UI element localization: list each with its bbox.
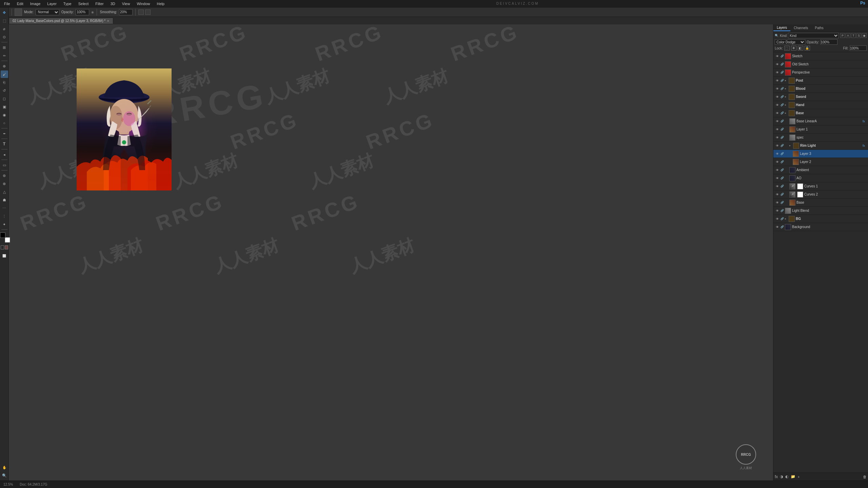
heal-brush-tool[interactable]: ⊕: [1, 62, 8, 70]
tab-close-btn[interactable]: ✕: [107, 19, 110, 23]
eyedropper-tool[interactable]: ✏: [1, 52, 8, 59]
brush-settings-btn[interactable]: [138, 9, 144, 15]
layer-visibility-toggle[interactable]: 👁: [775, 111, 780, 116]
3d-tool-4[interactable]: ☗: [1, 196, 8, 204]
channels-tab[interactable]: Channels: [790, 25, 811, 31]
symmetry-btn[interactable]: [145, 9, 151, 15]
layer-item[interactable]: 👁🔗AO: [773, 174, 868, 182]
layer-visibility-toggle[interactable]: 👁: [775, 217, 780, 221]
layers-tab[interactable]: Layers: [773, 25, 790, 31]
layer-group-arrow[interactable]: ▸: [789, 144, 792, 147]
layer-item[interactable]: 👁🔗spec: [773, 134, 868, 142]
layer-item[interactable]: 👁🔗Perspective: [773, 68, 868, 77]
3d-tool-5[interactable]: ⋯: [1, 204, 8, 212]
menu-edit[interactable]: Edit: [16, 1, 25, 6]
filter-shape-icon[interactable]: S: [856, 33, 861, 38]
doc-tab[interactable]: 02 Lady Maria_BaseColors.psd @ 12.5% (La…: [9, 18, 113, 24]
eraser-tool[interactable]: ◻: [1, 95, 8, 102]
hand-tool[interactable]: ✋: [1, 464, 8, 471]
quick-mask-btn[interactable]: [5, 245, 8, 249]
layer-visibility-toggle[interactable]: 👁: [775, 160, 780, 164]
layer-visibility-toggle[interactable]: 👁: [775, 70, 780, 75]
menu-select[interactable]: Select: [77, 1, 90, 6]
blend-mode-select[interactable]: Color Dodge Normal Multiply Screen Overl…: [775, 39, 805, 45]
layer-visibility-toggle[interactable]: 👁: [775, 135, 780, 140]
layer-mask-btn[interactable]: ◑: [780, 474, 783, 479]
fill-value-input[interactable]: [850, 45, 867, 51]
layer-item[interactable]: 👁🔗▸Blood: [773, 85, 868, 93]
layer-group-arrow[interactable]: ▸: [785, 95, 788, 98]
menu-view[interactable]: View: [121, 1, 132, 6]
history-brush-tool[interactable]: ↺: [1, 87, 8, 94]
layer-visibility-toggle[interactable]: 👁: [775, 54, 780, 59]
menu-layer[interactable]: Layer: [46, 1, 58, 6]
select-rect-tool[interactable]: ⬚: [1, 17, 8, 24]
menu-window[interactable]: Window: [135, 1, 151, 6]
layer-item[interactable]: 👁🔗Background: [773, 223, 868, 231]
blur-tool[interactable]: ◉: [1, 111, 8, 119]
layer-item[interactable]: 👁🔗Light Blend: [773, 207, 868, 215]
smoothing-input[interactable]: [119, 9, 133, 15]
layer-visibility-toggle[interactable]: 👁: [775, 151, 780, 156]
layer-visibility-toggle[interactable]: 👁: [775, 192, 780, 197]
filter-text-icon[interactable]: T: [851, 33, 856, 38]
gradient-tool[interactable]: ▣: [1, 103, 8, 110]
layer-visibility-toggle[interactable]: 👁: [775, 200, 780, 205]
layer-visibility-toggle[interactable]: 👁: [775, 95, 780, 99]
pen-tool[interactable]: ✒: [1, 130, 8, 137]
layer-item[interactable]: 👁🔗▸Post: [773, 77, 868, 85]
menu-filter[interactable]: Filter: [94, 1, 105, 6]
filter-select[interactable]: Kind Name: [788, 33, 839, 38]
fg-color[interactable]: [0, 232, 5, 238]
layer-visibility-toggle[interactable]: 👁: [775, 127, 780, 132]
3d-tool-6[interactable]: ⋮: [1, 212, 8, 220]
layer-styles-btn[interactable]: fx: [775, 474, 778, 479]
layer-item[interactable]: 👁🔗Ambient: [773, 166, 868, 174]
bg-color[interactable]: [5, 237, 10, 243]
opacity-input[interactable]: [76, 9, 89, 15]
layer-visibility-toggle[interactable]: 👁: [775, 103, 780, 107]
path-select-tool[interactable]: ◂: [1, 151, 8, 158]
layer-group-arrow[interactable]: ▸: [785, 79, 788, 82]
layer-visibility-toggle[interactable]: 👁: [775, 184, 780, 189]
layer-item[interactable]: 👁🔗Sketch: [773, 52, 868, 60]
3d-tool-7[interactable]: ✦: [1, 221, 8, 228]
fg-bg-colors[interactable]: [0, 232, 10, 243]
artwork-canvas[interactable]: [77, 68, 172, 190]
layer-visibility-toggle[interactable]: 👁: [775, 62, 780, 67]
layer-item[interactable]: 👁🔗▸BG: [773, 215, 868, 223]
layer-visibility-toggle[interactable]: 👁: [775, 168, 780, 172]
filter-pixel-icon[interactable]: P: [840, 33, 845, 38]
3d-tool-2[interactable]: ⊗: [1, 180, 8, 187]
lock-all-btn[interactable]: 🔒: [805, 46, 810, 50]
layer-visibility-toggle[interactable]: 👁: [775, 86, 780, 91]
paths-tab[interactable]: Paths: [811, 25, 827, 31]
layer-item[interactable]: 👁🔗▸Hand: [773, 101, 868, 109]
layer-item[interactable]: 👁🔗↗Curves 1: [773, 182, 868, 190]
menu-image[interactable]: Image: [29, 1, 42, 6]
3d-tool-3[interactable]: △: [1, 188, 8, 196]
text-tool[interactable]: T: [1, 140, 8, 148]
lasso-tool[interactable]: ⌀: [1, 25, 8, 33]
layer-group-arrow[interactable]: ▸: [785, 87, 788, 90]
layer-visibility-toggle[interactable]: 👁: [775, 119, 780, 124]
layer-visibility-toggle[interactable]: 👁: [775, 78, 780, 83]
3d-tool-1[interactable]: ⊛: [1, 172, 8, 179]
menu-help[interactable]: Help: [156, 1, 166, 6]
brush-tool[interactable]: 🖌: [1, 70, 8, 78]
lock-position-btn[interactable]: ✥: [791, 46, 796, 50]
layer-item[interactable]: 👁🔗Base: [773, 199, 868, 207]
new-layer-btn[interactable]: +: [797, 475, 800, 479]
brush-preview[interactable]: [15, 8, 22, 16]
lock-pixels-btn[interactable]: ⬚: [784, 46, 790, 50]
layer-group-arrow[interactable]: ▸: [785, 217, 788, 220]
layer-visibility-toggle[interactable]: 👁: [775, 143, 780, 148]
screen-view-btn[interactable]: ⬜: [1, 252, 8, 260]
layer-item[interactable]: 👁🔗▸Base: [773, 109, 868, 117]
delete-layer-btn[interactable]: 🗑: [863, 475, 867, 479]
shape-tool[interactable]: ▭: [1, 161, 8, 169]
layer-item[interactable]: 👁🔗Base LinearAfx: [773, 117, 868, 125]
move-tool[interactable]: ✥: [1, 9, 8, 16]
lock-artboards-btn[interactable]: ◧: [798, 46, 803, 50]
clone-stamp-tool[interactable]: ⎗: [1, 79, 8, 86]
